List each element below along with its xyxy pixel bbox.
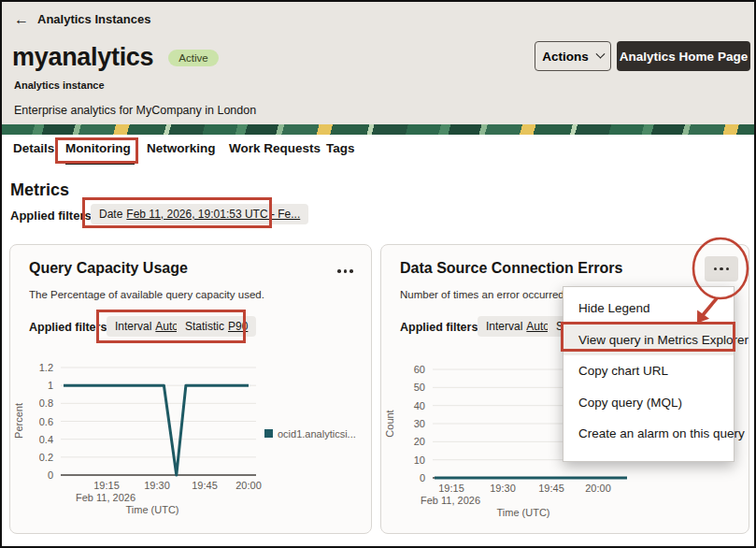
applied-filters-label: Applied filters [10, 209, 92, 223]
metrics-heading: Metrics [10, 180, 69, 200]
status-badge: Active [168, 50, 218, 66]
menu-item-copy-chart-url[interactable]: Copy chart URL [563, 355, 734, 387]
filter-chip-interval[interactable]: IntervalAuto [478, 316, 558, 337]
date-filter-value[interactable]: Feb 11, 2026, 19:01:53 UTC - Fe... [126, 208, 300, 221]
actions-button[interactable]: Actions [535, 41, 611, 71]
menu-item-create-an-alarm-on-this-query[interactable]: Create an alarm on this query [563, 418, 734, 450]
card-title: Query Capacity Usage [29, 260, 188, 277]
svg-text:30: 30 [414, 418, 425, 429]
svg-text:Percent: Percent [13, 403, 24, 439]
svg-text:0.8: 0.8 [39, 397, 53, 409]
svg-text:Feb 11, 2026: Feb 11, 2026 [421, 495, 480, 506]
svg-text:19:45: 19:45 [192, 480, 218, 491]
svg-text:0.6: 0.6 [39, 416, 53, 427]
breadcrumb[interactable]: ← Analytics Instances [14, 12, 150, 26]
filter-chip-label: Statistic [185, 320, 224, 333]
back-arrow-icon[interactable]: ← [14, 13, 29, 26]
filter-chip-label: Interval [115, 320, 151, 333]
menu-item-copy-query-mql[interactable]: Copy query (MQL) [563, 387, 734, 419]
app-window: ← Analytics Instances myanalytics Active… [0, 0, 756, 548]
svg-text:Time (UTC): Time (UTC) [125, 504, 178, 515]
svg-text:0: 0 [48, 469, 53, 481]
svg-text:0.4: 0.4 [39, 434, 53, 445]
card-title: Data Source Connection Errors [400, 260, 622, 277]
tab-details[interactable]: Details [13, 141, 54, 155]
svg-text:20: 20 [414, 436, 425, 447]
svg-text:20:00: 20:00 [235, 480, 262, 491]
ellipsis-menu-button[interactable] [705, 256, 738, 281]
resource-description: Enterprise analytics for MyCompany in Lo… [14, 104, 256, 117]
resource-type-label: Analytics instance [14, 79, 105, 91]
card-applied-filters-label: Applied filters [29, 321, 107, 334]
svg-text:60: 60 [414, 364, 425, 375]
svg-text:0.2: 0.2 [39, 452, 53, 463]
page-header: ← Analytics Instances myanalytics Active… [2, 2, 754, 124]
ellipsis-menu-icon [714, 267, 730, 271]
svg-text:50: 50 [414, 382, 425, 393]
analytics-home-page-button[interactable]: Analytics Home Page [617, 41, 750, 71]
menu-item-hide-legend[interactable]: Hide Legend [563, 293, 734, 324]
svg-text:40: 40 [414, 400, 425, 411]
svg-text:20:00: 20:00 [585, 483, 611, 494]
actions-button-label: Actions [542, 50, 589, 64]
chart-context-menu: Hide LegendView query in Metrics Explore… [563, 286, 735, 462]
svg-text:19:45: 19:45 [538, 483, 564, 494]
svg-text:0: 0 [420, 472, 425, 483]
tab-networking[interactable]: Networking [147, 141, 216, 155]
card-applied-filters-label: Applied filters [400, 321, 478, 334]
tab-tags[interactable]: Tags [326, 141, 355, 155]
svg-text:1.2: 1.2 [39, 362, 53, 373]
svg-text:Time (UTC): Time (UTC) [496, 507, 549, 518]
filter-chip-value[interactable]: Auto [155, 320, 178, 333]
ellipsis-menu-icon[interactable] [337, 269, 353, 273]
card-description: The Percentage of available query capaci… [29, 289, 264, 300]
svg-text:19:30: 19:30 [144, 480, 170, 491]
svg-text:1: 1 [48, 380, 53, 391]
filter-chip-label: Interval [486, 320, 522, 333]
filter-chip-interval[interactable]: IntervalAuto [107, 316, 187, 337]
svg-text:19:30: 19:30 [490, 483, 516, 494]
tab-monitoring[interactable]: Monitoring [65, 141, 131, 155]
svg-text:10: 10 [414, 454, 425, 466]
decorative-banner-pattern [2, 124, 754, 135]
svg-text:Feb 11, 2026: Feb 11, 2026 [76, 492, 136, 503]
page-title: myanalytics [12, 43, 153, 72]
breadcrumb-label[interactable]: Analytics Instances [37, 12, 150, 26]
filter-chip-statistic[interactable]: StatisticP90 [177, 316, 256, 337]
menu-item-view-query-in-metrics-explorer[interactable]: View query in Metrics Explorer [563, 324, 734, 356]
svg-text:19:15: 19:15 [438, 483, 464, 494]
tab-work-requests[interactable]: Work Requests [229, 141, 321, 155]
filter-chip-value[interactable]: P90 [228, 320, 248, 333]
svg-text:19:15: 19:15 [93, 480, 120, 491]
filter-chip-value[interactable]: Auto [526, 320, 549, 333]
query-capacity-usage-card: Query Capacity Usage The Percentage of a… [9, 244, 372, 534]
chevron-down-icon [595, 49, 605, 58]
tab-bar: DetailsMonitoringNetworkingWork Requests… [2, 135, 754, 166]
query-capacity-usage-chart: 00.20.40.60.811.219:1519:3019:4520:00Feb… [10, 357, 373, 535]
date-filter-chip[interactable]: Date Feb 11, 2026, 19:01:53 UTC - Fe... [91, 204, 308, 224]
date-filter-prefix: Date [99, 208, 122, 221]
svg-text:Count: Count [384, 410, 395, 437]
svg-text:ocid1.analyticsi...: ocid1.analyticsi... [278, 428, 356, 440]
